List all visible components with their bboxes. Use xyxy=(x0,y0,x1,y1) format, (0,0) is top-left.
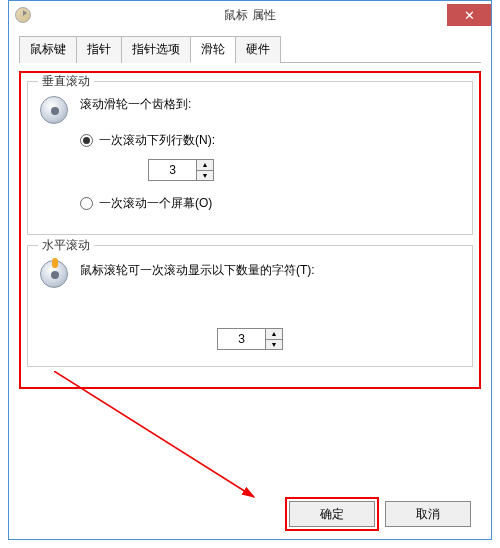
vertical-heading: 滚动滑轮一个齿格到: xyxy=(80,96,191,113)
wheel-icon xyxy=(40,96,68,124)
radio-lines[interactable] xyxy=(80,134,93,147)
tab-wheel[interactable]: 滑轮 xyxy=(190,36,236,63)
tab-pointer-options[interactable]: 指针选项 xyxy=(121,36,191,63)
ok-button[interactable]: 确定 xyxy=(289,501,375,527)
titlebar: 鼠标 属性 ✕ xyxy=(9,1,491,29)
close-button[interactable]: ✕ xyxy=(447,4,491,26)
wheel-tilt-icon xyxy=(40,260,68,288)
lines-spinner-up[interactable]: ▲ xyxy=(197,160,213,171)
mouse-properties-dialog: 鼠标 属性 ✕ 鼠标键 指针 指针选项 滑轮 硬件 垂直滚动 滚动滑轮一个齿格到… xyxy=(8,0,492,540)
tab-hardware[interactable]: 硬件 xyxy=(235,36,281,63)
window-title: 鼠标 属性 xyxy=(224,7,275,24)
annotation-highlight-body: 垂直滚动 滚动滑轮一个齿格到: 一次滚动下列行数(N): 3 ▲ ▼ xyxy=(19,71,481,389)
chars-spinner-up[interactable]: ▲ xyxy=(266,329,282,340)
vertical-scroll-group: 垂直滚动 滚动滑轮一个齿格到: 一次滚动下列行数(N): 3 ▲ ▼ xyxy=(27,81,473,235)
vertical-group-title: 垂直滚动 xyxy=(38,73,94,90)
horizontal-heading: 鼠标滚轮可一次滚动显示以下数量的字符(T): xyxy=(80,262,315,279)
radio-screen[interactable] xyxy=(80,197,93,210)
lines-spinner-value[interactable]: 3 xyxy=(149,160,197,180)
mouse-icon xyxy=(15,7,31,23)
cancel-button[interactable]: 取消 xyxy=(385,501,471,527)
tab-pointers[interactable]: 指针 xyxy=(76,36,122,63)
chars-spinner: 3 ▲ ▼ xyxy=(217,328,283,350)
chars-spinner-down[interactable]: ▼ xyxy=(266,340,282,350)
tab-buttons[interactable]: 鼠标键 xyxy=(19,36,77,63)
radio-lines-label: 一次滚动下列行数(N): xyxy=(99,132,215,149)
chars-spinner-value[interactable]: 3 xyxy=(218,329,266,349)
dialog-button-row: 确定 取消 xyxy=(289,501,471,527)
lines-spinner-down[interactable]: ▼ xyxy=(197,171,213,181)
tab-strip: 鼠标键 指针 指针选项 滑轮 硬件 xyxy=(19,35,481,63)
horizontal-scroll-group: 水平滚动 鼠标滚轮可一次滚动显示以下数量的字符(T): 3 ▲ ▼ xyxy=(27,245,473,367)
radio-screen-label: 一次滚动一个屏幕(O) xyxy=(99,195,212,212)
lines-spinner: 3 ▲ ▼ xyxy=(148,159,214,181)
horizontal-group-title: 水平滚动 xyxy=(38,237,94,254)
dialog-content: 鼠标键 指针 指针选项 滑轮 硬件 垂直滚动 滚动滑轮一个齿格到: 一次滚动下列… xyxy=(9,29,491,399)
close-icon: ✕ xyxy=(464,8,475,23)
